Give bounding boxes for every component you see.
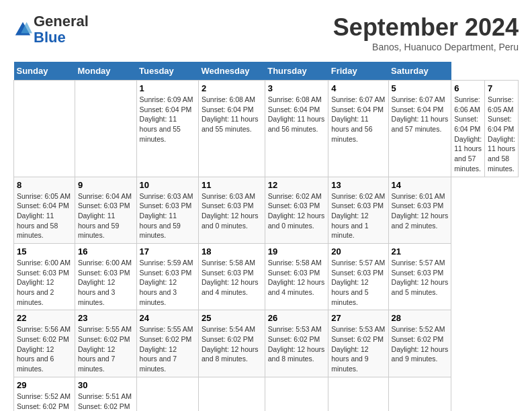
day-number: 12 — [268, 180, 326, 190]
day-info: Sunrise: 5:55 AMSunset: 6:02 PMDaylight:… — [140, 324, 195, 373]
calendar-cell: 5Sunrise: 6:07 AMSunset: 6:04 PMDaylight… — [388, 81, 451, 177]
day-info: Sunrise: 5:57 AMSunset: 6:03 PMDaylight:… — [331, 258, 385, 307]
calendar-week-1: 1Sunrise: 6:09 AMSunset: 6:04 PMDaylight… — [14, 81, 519, 177]
day-info: Sunrise: 6:05 AMSunset: 6:04 PMDaylight:… — [17, 191, 72, 240]
calendar-week-5: 29Sunrise: 5:52 AMSunset: 6:02 PMDayligh… — [14, 377, 519, 411]
calendar-cell: 19Sunrise: 5:58 AMSunset: 6:03 PMDayligh… — [265, 243, 328, 310]
calendar-cell: 11Sunrise: 6:03 AMSunset: 6:03 PMDayligh… — [198, 177, 265, 243]
days-header-row: SundayMondayTuesdayWednesdayThursdayFrid… — [14, 62, 519, 81]
calendar-cell: 13Sunrise: 6:02 AMSunset: 6:03 PMDayligh… — [328, 177, 388, 243]
day-info: Sunrise: 6:02 AMSunset: 6:03 PMDaylight:… — [331, 191, 385, 240]
day-header-wednesday: Wednesday — [198, 62, 265, 81]
day-info: Sunrise: 6:01 AMSunset: 6:03 PMDaylight:… — [392, 191, 449, 231]
day-info: Sunrise: 6:03 AMSunset: 6:03 PMDaylight:… — [202, 191, 262, 231]
day-number: 21 — [392, 246, 449, 257]
day-number: 5 — [392, 83, 449, 93]
day-number: 28 — [392, 313, 449, 323]
calendar-cell: 23Sunrise: 5:55 AMSunset: 6:02 PMDayligh… — [75, 310, 136, 377]
day-info: Sunrise: 5:58 AMSunset: 6:03 PMDaylight:… — [202, 258, 262, 298]
calendar-table: SundayMondayTuesdayWednesdayThursdayFrid… — [13, 62, 519, 411]
day-info: Sunrise: 6:09 AMSunset: 6:04 PMDaylight:… — [140, 95, 195, 144]
logo-text: GeneralBlue — [34, 13, 89, 46]
day-number: 13 — [331, 180, 385, 190]
calendar-cell: 16Sunrise: 6:00 AMSunset: 6:03 PMDayligh… — [75, 243, 136, 310]
calendar-cell: 14Sunrise: 6:01 AMSunset: 6:03 PMDayligh… — [388, 177, 451, 243]
calendar-cell: 1Sunrise: 6:09 AMSunset: 6:04 PMDaylight… — [136, 81, 198, 177]
day-number: 15 — [17, 246, 72, 257]
calendar-cell: 18Sunrise: 5:58 AMSunset: 6:03 PMDayligh… — [198, 243, 265, 310]
day-info: Sunrise: 6:03 AMSunset: 6:03 PMDaylight:… — [140, 191, 195, 240]
day-info: Sunrise: 6:00 AMSunset: 6:03 PMDaylight:… — [78, 258, 134, 307]
day-info: Sunrise: 6:00 AMSunset: 6:03 PMDaylight:… — [17, 258, 72, 307]
day-number: 16 — [78, 246, 134, 257]
calendar-cell: 27Sunrise: 5:53 AMSunset: 6:02 PMDayligh… — [328, 310, 388, 377]
day-number: 2 — [202, 83, 262, 93]
calendar-cell — [14, 81, 75, 177]
calendar-week-4: 22Sunrise: 5:56 AMSunset: 6:02 PMDayligh… — [14, 310, 519, 377]
calendar-cell: 25Sunrise: 5:54 AMSunset: 6:02 PMDayligh… — [198, 310, 265, 377]
day-number: 23 — [78, 313, 134, 323]
day-number: 17 — [140, 246, 195, 257]
page-header: GeneralBlue September 2024 Banos, Huanuc… — [13, 13, 519, 59]
day-number: 27 — [331, 313, 385, 323]
day-info: Sunrise: 5:53 AMSunset: 6:02 PMDaylight:… — [331, 324, 385, 373]
calendar-cell — [75, 81, 136, 177]
day-header-friday: Friday — [328, 62, 388, 81]
day-number: 26 — [268, 313, 326, 323]
day-header-sunday: Sunday — [14, 62, 75, 81]
day-number: 25 — [202, 313, 262, 323]
day-info: Sunrise: 5:55 AMSunset: 6:02 PMDaylight:… — [78, 324, 134, 373]
logo: GeneralBlue — [13, 13, 89, 46]
day-header-monday: Monday — [75, 62, 136, 81]
calendar-cell: 17Sunrise: 5:59 AMSunset: 6:03 PMDayligh… — [136, 243, 198, 310]
day-info: Sunrise: 6:08 AMSunset: 6:04 PMDaylight:… — [202, 95, 262, 134]
day-number: 20 — [331, 246, 385, 257]
day-info: Sunrise: 6:07 AMSunset: 6:04 PMDaylight:… — [331, 95, 385, 144]
calendar-cell: 12Sunrise: 6:02 AMSunset: 6:03 PMDayligh… — [265, 177, 328, 243]
calendar-cell: 15Sunrise: 6:00 AMSunset: 6:03 PMDayligh… — [14, 243, 75, 310]
calendar-week-3: 15Sunrise: 6:00 AMSunset: 6:03 PMDayligh… — [14, 243, 519, 310]
calendar-cell — [198, 377, 265, 411]
logo-icon — [13, 20, 32, 39]
calendar-cell: 4Sunrise: 6:07 AMSunset: 6:04 PMDaylight… — [328, 81, 388, 177]
day-header-saturday: Saturday — [388, 62, 451, 81]
calendar-cell: 26Sunrise: 5:53 AMSunset: 6:02 PMDayligh… — [265, 310, 328, 377]
day-number: 19 — [268, 246, 326, 257]
day-info: Sunrise: 5:56 AMSunset: 6:02 PMDaylight:… — [17, 324, 72, 373]
day-info: Sunrise: 5:52 AMSunset: 6:02 PMDaylight:… — [17, 392, 72, 411]
calendar-cell: 28Sunrise: 5:52 AMSunset: 6:02 PMDayligh… — [388, 310, 451, 377]
day-info: Sunrise: 5:58 AMSunset: 6:03 PMDaylight:… — [268, 258, 326, 298]
calendar-cell: 3Sunrise: 6:08 AMSunset: 6:04 PMDaylight… — [265, 81, 328, 177]
day-info: Sunrise: 6:05 AMSunset: 6:04 PMDaylight:… — [488, 95, 515, 174]
day-header-tuesday: Tuesday — [136, 62, 198, 81]
calendar-cell — [136, 377, 198, 411]
day-info: Sunrise: 6:04 AMSunset: 6:03 PMDaylight:… — [78, 191, 134, 240]
calendar-cell: 7Sunrise: 6:05 AMSunset: 6:04 PMDaylight… — [485, 81, 519, 177]
day-info: Sunrise: 5:51 AMSunset: 6:02 PMDaylight:… — [78, 392, 134, 411]
day-number: 14 — [392, 180, 449, 190]
day-number: 1 — [140, 83, 195, 93]
calendar-cell: 24Sunrise: 5:55 AMSunset: 6:02 PMDayligh… — [136, 310, 198, 377]
calendar-cell: 20Sunrise: 5:57 AMSunset: 6:03 PMDayligh… — [328, 243, 388, 310]
calendar-cell: 9Sunrise: 6:04 AMSunset: 6:03 PMDaylight… — [75, 177, 136, 243]
day-number: 10 — [140, 180, 195, 190]
calendar-cell — [388, 377, 451, 411]
calendar-cell: 21Sunrise: 5:57 AMSunset: 6:03 PMDayligh… — [388, 243, 451, 310]
day-info: Sunrise: 5:59 AMSunset: 6:03 PMDaylight:… — [140, 258, 195, 307]
day-number: 3 — [268, 83, 326, 93]
calendar-week-2: 8Sunrise: 6:05 AMSunset: 6:04 PMDaylight… — [14, 177, 519, 243]
calendar-cell: 10Sunrise: 6:03 AMSunset: 6:03 PMDayligh… — [136, 177, 198, 243]
day-info: Sunrise: 6:07 AMSunset: 6:04 PMDaylight:… — [392, 95, 449, 134]
day-number: 6 — [454, 83, 482, 93]
calendar-cell: 8Sunrise: 6:05 AMSunset: 6:04 PMDaylight… — [14, 177, 75, 243]
calendar-cell: 29Sunrise: 5:52 AMSunset: 6:02 PMDayligh… — [14, 377, 75, 411]
day-info: Sunrise: 5:54 AMSunset: 6:02 PMDaylight:… — [202, 324, 262, 364]
day-info: Sunrise: 6:08 AMSunset: 6:04 PMDaylight:… — [268, 95, 326, 134]
day-number: 9 — [78, 180, 134, 190]
day-info: Sunrise: 5:52 AMSunset: 6:02 PMDaylight:… — [392, 324, 449, 364]
day-info: Sunrise: 5:57 AMSunset: 6:03 PMDaylight:… — [392, 258, 449, 298]
day-info: Sunrise: 6:06 AMSunset: 6:04 PMDaylight:… — [454, 95, 482, 174]
day-info: Sunrise: 6:02 AMSunset: 6:03 PMDaylight:… — [268, 191, 326, 231]
day-number: 18 — [202, 246, 262, 257]
day-info: Sunrise: 5:53 AMSunset: 6:02 PMDaylight:… — [268, 324, 326, 364]
